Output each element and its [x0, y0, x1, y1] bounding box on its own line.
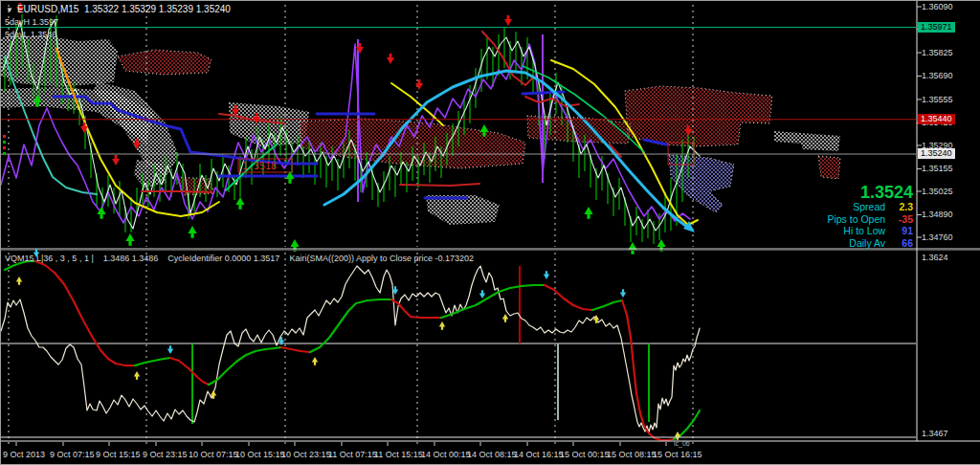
- indicator-window-header: VQM15 L|36 , 3 , 5 , 1 |1.3486 1.3486Cyc…: [5, 254, 483, 263]
- price-badge: 1.35971: [918, 22, 955, 33]
- indicator-scale-label: 1.3467: [922, 429, 948, 438]
- up-arrow-signal: [188, 226, 196, 238]
- ichimoku-cloud: [625, 86, 772, 146]
- vq-indicator-label: VQM15 L|36 , 3 , 5 , 1 |: [5, 254, 94, 263]
- info-row: Daily Av 66: [827, 237, 913, 250]
- up-arrow-signal: [439, 321, 445, 330]
- up-arrow-signal: [584, 207, 592, 219]
- info-row: Hi to Low 91: [827, 225, 913, 237]
- up-arrow-signal: [125, 233, 134, 246]
- vq-smooth-red: [391, 299, 441, 318]
- red-box-label: 1.3518: [242, 161, 277, 171]
- vq-price-line: [1, 266, 700, 432]
- vq-smooth-red: [170, 358, 209, 385]
- down-arrow-signal: [620, 289, 626, 298]
- price-badge: 1.35440: [918, 114, 955, 124]
- symbol-period-label: EURUSD,M15: [17, 4, 78, 14]
- ichimoku-cloud: [818, 156, 840, 179]
- edge-marker: [3, 146, 6, 149]
- ohlc-values: 1.35322 1.35329 1.35239 1.35240: [84, 4, 231, 14]
- indicator-scale-label: 1.3624: [922, 253, 948, 262]
- down-arrow-signal: [415, 79, 423, 90]
- vq-smooth-red: [35, 261, 135, 365]
- time-tick-label: 15 Oct 08:15: [607, 450, 657, 459]
- vq-smooth-red: [545, 285, 592, 310]
- price-tick-label: 1.34890: [922, 210, 953, 219]
- current-price-display: 1.3524: [827, 184, 913, 201]
- down-arrow-signal: [167, 345, 173, 354]
- vq-smooth-green: [209, 347, 281, 385]
- five-day-high-label: 5dayH 1.3597: [5, 17, 58, 27]
- info-row-value: 2.3: [888, 201, 913, 213]
- time-tick-label: 9 Oct 2013: [3, 450, 45, 459]
- time-tick-label: 10 Oct 07:15: [189, 450, 238, 459]
- up-arrow-signal: [502, 314, 508, 322]
- time-tick-label: 11 Oct 07:15: [328, 450, 377, 459]
- price-tick-label: 1.35155: [922, 164, 953, 173]
- time-tick-label: 9 Oct 15:15: [96, 450, 141, 459]
- info-row-label: Pips to Open: [827, 213, 888, 225]
- up-arrow-signal: [285, 171, 294, 184]
- chart-object-tag: ic_06: [674, 440, 690, 447]
- vq-values: 1.3486 1.3486: [103, 254, 159, 263]
- time-tick-label: 9 Oct 07:15: [50, 450, 95, 459]
- info-row-label: Hi to Low: [843, 225, 888, 236]
- info-row-value: 66: [888, 237, 913, 250]
- time-tick-label: 14 Oct 08:15: [467, 450, 517, 459]
- up-arrow-signal: [235, 197, 244, 210]
- five-day-low-label: 5dayL 1.3546: [5, 30, 56, 39]
- time-tick-label: 11 Oct 15:15: [374, 450, 423, 459]
- edge-marker: [3, 135, 6, 138]
- price-tick-label: 1.35555: [922, 95, 953, 104]
- info-row-value: 91: [888, 225, 913, 237]
- ichimoku-cloud: [426, 195, 500, 225]
- up-arrow-signal: [134, 371, 140, 380]
- edge-marker: [3, 141, 6, 144]
- info-panel: 1.3524 Spread 2.3Pips to Open -35Hi to L…: [827, 184, 913, 249]
- time-tick-label: 14 Oct 00:15: [421, 450, 471, 459]
- ichimoku-cloud: [1, 35, 118, 87]
- down-arrow-signal: [544, 271, 549, 279]
- ichimoku-cloud: [774, 131, 840, 151]
- time-tick-label: 14 Oct 16:15: [514, 450, 564, 459]
- vq-smooth-green: [441, 285, 545, 318]
- vq-smooth-green: [135, 358, 170, 365]
- price-tick-label: 1.35825: [922, 48, 953, 57]
- time-tick-label: 9 Oct 23:15: [143, 450, 188, 459]
- ichimoku-cloud: [118, 50, 212, 75]
- info-row-value: -35: [888, 213, 913, 226]
- info-row: Pips to Open -35: [827, 213, 913, 226]
- vq-smooth-green: [592, 300, 622, 310]
- info-row: Spread 2.3: [827, 201, 913, 213]
- ichimoku-cloud: [669, 155, 734, 212]
- up-arrow-signal: [657, 239, 665, 252]
- up-arrow-signal: [628, 242, 636, 255]
- price-tick-label: 1.34760: [922, 232, 953, 242]
- price-badge: 1.35240: [918, 148, 955, 159]
- tenkan-red-segment: [142, 191, 212, 192]
- up-arrow-signal: [290, 239, 299, 252]
- up-arrow-signal: [312, 357, 318, 365]
- chart-title: ▼EURUSD,M15 1.35322 1.35329 1.35239 1.35…: [6, 4, 231, 14]
- time-tick-label: 10 Oct 23:15: [281, 450, 331, 459]
- down-arrow-signal: [387, 54, 394, 64]
- tenkan-red-segment: [400, 184, 479, 186]
- info-row-label: Daily Av: [849, 237, 888, 249]
- kairi-label: Kairi(SMA((200)) Apply to Close price -0…: [289, 254, 474, 263]
- mt4-chart-window: 1.3518 ▼EURUSD,M15 1.35322 1.35329 1.352…: [0, 0, 980, 465]
- time-tick-label: 15 Oct 00:15: [560, 450, 610, 459]
- time-tick-label: 15 Oct 16:15: [653, 450, 702, 459]
- info-row-label: Spread: [853, 201, 888, 212]
- time-tick-label: 10 Oct 15:15: [235, 450, 285, 459]
- down-arrow-signal: [479, 290, 485, 299]
- down-arrow-signal: [112, 155, 120, 166]
- down-arrow-signal: [504, 15, 512, 26]
- up-arrow-signal: [16, 277, 22, 285]
- chart-dropdown-icon[interactable]: ▼: [6, 6, 13, 14]
- price-tick-label: 1.35690: [922, 71, 953, 80]
- price-tick-label: 1.36090: [922, 2, 953, 11]
- price-tick-label: 1.35025: [922, 187, 953, 196]
- edge-marker: [3, 152, 6, 155]
- cycleidentifier-label: CycleIdentifier 0.0000 1.3517: [167, 254, 279, 263]
